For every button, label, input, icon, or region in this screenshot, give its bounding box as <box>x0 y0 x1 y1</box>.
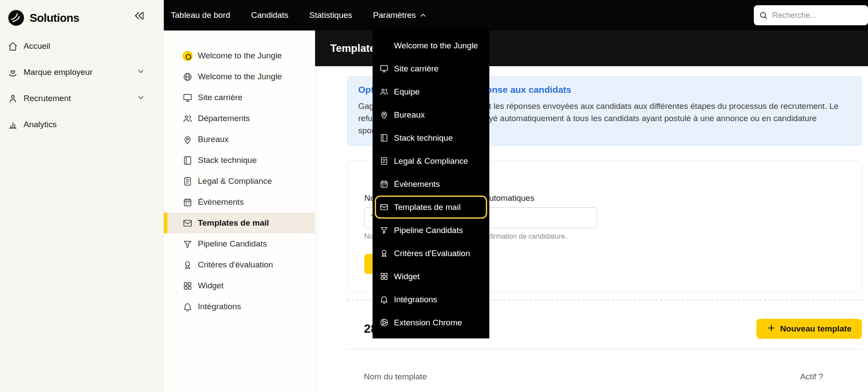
sidebar-item-analytics[interactable]: Analytics <box>0 112 163 138</box>
templates-table: Nom du template Actif ? <box>347 349 862 382</box>
search-input[interactable] <box>772 11 868 20</box>
settings-item-label: Legal & Compliance <box>198 176 272 186</box>
settings-item-label: Widget <box>198 281 224 291</box>
settings-item-label: Bureaux <box>198 135 229 144</box>
nav-tableau-de-bord[interactable]: Tableau de bord <box>171 10 230 20</box>
settings-item-legal-compliance[interactable]: Legal & Compliance <box>164 171 315 192</box>
bell-icon <box>183 302 193 312</box>
dropdown-item-templates-de-mail[interactable]: Templates de mail <box>375 196 487 219</box>
dropdown-item-label: Pipeline Candidats <box>394 226 463 235</box>
sidebar-item-label: Analytics <box>24 120 57 129</box>
dropdown-item-site-carriere[interactable]: Site carrière <box>373 57 489 80</box>
dropdown-item-label: Welcome to the Jungle <box>394 41 478 51</box>
dropdown-item-integrations[interactable]: Intégrations <box>373 288 489 311</box>
dropdown-item-pipeline-candidats[interactable]: Pipeline Candidats <box>373 219 489 242</box>
dropdown-item-label: Stack technique <box>394 133 453 143</box>
home-icon <box>8 41 18 51</box>
dropdown-item-widget[interactable]: Widget <box>373 265 489 288</box>
settings-item-departements[interactable]: Départements <box>164 108 315 129</box>
settings-sidebar: Welcome to the Jungle Welcome to the Jun… <box>164 30 315 392</box>
book-icon <box>380 133 389 142</box>
dropdown-item-label: Site carrière <box>394 64 438 74</box>
settings-item-label: Site carrière <box>198 93 242 102</box>
search-icon <box>759 11 768 20</box>
dropdown-item-bureaux[interactable]: Bureaux <box>373 103 489 126</box>
parametres-dropdown-menu: Welcome to the Jungle Site carrière Equi… <box>373 30 489 338</box>
bell-icon <box>380 295 389 304</box>
chevron-up-icon <box>419 11 427 19</box>
main-menu: Accueil Marque employeur Recrutement Ana… <box>0 33 163 138</box>
settings-item-integrations[interactable]: Intégrations <box>164 296 315 317</box>
settings-item-criteres-evaluation[interactable]: Critères d'évaluation <box>164 254 315 275</box>
settings-item-welcome-2[interactable]: Welcome to the Jungle <box>164 66 315 87</box>
globe-icon <box>183 72 193 82</box>
dropdown-item-label: Critères d'Evaluation <box>394 249 470 258</box>
settings-item-site-carriere[interactable]: Site carrière <box>164 87 315 108</box>
settings-item-label: Welcome to the Jungle <box>198 51 282 61</box>
sidebar-item-accueil[interactable]: Accueil <box>0 33 163 59</box>
sidebar-item-marque-employeur[interactable]: Marque employeur <box>0 59 163 85</box>
calendar-icon <box>183 197 193 207</box>
nav-label: Candidats <box>251 10 288 20</box>
map-pin-icon <box>380 110 389 119</box>
settings-item-templates-de-mail[interactable]: Templates de mail <box>164 213 315 233</box>
settings-item-welcome-1[interactable]: Welcome to the Jungle <box>164 45 315 66</box>
dropdown-item-welcome-to-the-jungle[interactable]: Welcome to the Jungle <box>373 34 489 57</box>
sidebar-item-label: Recrutement <box>24 94 71 103</box>
dropdown-item-label: Templates de mail <box>394 203 461 212</box>
settings-item-label: Templates de mail <box>198 218 269 228</box>
dropdown-item-criteres-evaluation[interactable]: Critères d'Evaluation <box>373 242 489 265</box>
new-template-button-label: Nouveau template <box>780 324 851 334</box>
settings-item-label: Intégrations <box>198 302 241 311</box>
nav-label: Tableau de bord <box>171 10 230 20</box>
settings-item-bureaux[interactable]: Bureaux <box>164 129 315 150</box>
nav-parametres[interactable]: Paramètres <box>373 10 427 20</box>
chevron-down-icon[interactable] <box>136 93 145 104</box>
dropdown-item-extension-chrome[interactable]: Extension Chrome <box>373 311 489 334</box>
dropdown-item-label: Legal & Compliance <box>394 156 468 166</box>
users-icon <box>183 114 193 124</box>
sidebar-item-label: Accueil <box>24 41 50 51</box>
brand-name: Solutions <box>30 11 79 25</box>
sidebar-item-recrutement[interactable]: Recrutement <box>0 85 163 112</box>
settings-item-evenements[interactable]: Évènements <box>164 192 315 213</box>
main-sidebar: Solutions Accueil Marque employeur Recru… <box>0 0 164 392</box>
nav-statistiques[interactable]: Statistiques <box>309 10 352 20</box>
dropdown-item-label: Equipe <box>394 87 420 97</box>
settings-item-label: Stack technique <box>198 155 257 165</box>
map-pin-icon <box>183 135 193 145</box>
widget-icon <box>380 272 389 281</box>
calendar-icon <box>380 179 389 189</box>
award-icon <box>380 249 389 258</box>
monitor-icon <box>380 64 389 73</box>
dropdown-item-label: Évènements <box>394 179 440 189</box>
settings-item-widget[interactable]: Widget <box>164 275 315 296</box>
settings-item-pipeline-candidats[interactable]: Pipeline Candidats <box>164 233 315 254</box>
funnel-icon <box>183 239 193 249</box>
document-icon <box>183 176 193 186</box>
dropdown-item-equipe[interactable]: Equipe <box>373 80 489 103</box>
chrome-icon <box>380 318 389 327</box>
chevron-down-icon[interactable] <box>136 67 145 78</box>
document-icon <box>380 156 389 166</box>
dropdown-item-stack-technique[interactable]: Stack technique <box>373 126 489 149</box>
dropdown-item-label: Bureaux <box>394 110 425 120</box>
settings-item-label: Critères d'évaluation <box>198 260 273 270</box>
new-template-button[interactable]: Nouveau template <box>756 319 862 339</box>
widget-icon <box>183 281 193 291</box>
search-box[interactable] <box>754 5 868 25</box>
dropdown-item-label: Intégrations <box>394 295 437 304</box>
monitor-icon <box>183 93 193 103</box>
settings-item-stack-technique[interactable]: Stack technique <box>164 150 315 171</box>
collapse-sidebar-icon[interactable] <box>133 10 145 24</box>
settings-item-label: Évènements <box>198 197 244 207</box>
plus-icon <box>767 324 776 335</box>
dropdown-item-evenements[interactable]: Évènements <box>373 172 489 196</box>
award-icon <box>183 260 193 270</box>
mail-icon <box>380 203 389 212</box>
dropdown-item-legal-compliance[interactable]: Legal & Compliance <box>373 149 489 172</box>
brand-logo-icon <box>8 10 24 26</box>
settings-item-label: Départements <box>198 114 250 123</box>
nav-candidats[interactable]: Candidats <box>251 10 288 20</box>
employer-brand-icon <box>8 68 18 78</box>
